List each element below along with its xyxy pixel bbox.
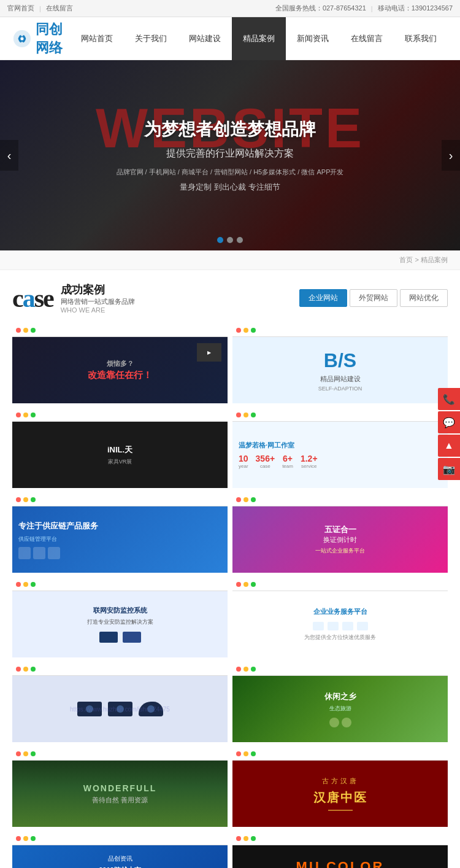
logo-icon [12, 23, 32, 54]
case-item-7[interactable]: 联网安防监控系统 打造专业安防监控解决方案 [12, 578, 228, 657]
nav-cases[interactable]: 精品案例 [232, 17, 286, 60]
filter-enterprise[interactable]: 企业网站 [299, 289, 347, 307]
nav-home[interactable]: 网站首页 [70, 17, 124, 60]
hotline-text: 全国服务热线：027-87654321 [275, 4, 366, 13]
nav-news[interactable]: 新闻资讯 [286, 17, 340, 60]
case-title-en: WHO WE ARE [61, 306, 135, 314]
hero-tags: 品牌官网 / 手机网站 / 商城平台 / 营销型网站 / H5多媒体形式 / 微… [117, 168, 344, 177]
hero-dot-1[interactable] [217, 237, 223, 243]
hero-next-btn[interactable]: › [442, 140, 460, 171]
case-item-9[interactable]: https://www.huzhan.com/ishop24475 [12, 662, 228, 742]
case-item-4[interactable]: 温梦若格·网工作室 10year 356+case 6+team 1.2+ser… [232, 408, 448, 488]
case-item-8[interactable]: 企业业务服务平台 为您提供全方位快速优质服务 [232, 578, 448, 657]
breadcrumb-current: 精品案例 [421, 256, 448, 263]
divider2: | [371, 5, 373, 12]
nav-webdev[interactable]: 网站建设 [178, 17, 232, 60]
case-item-10[interactable]: 休闲之乡 生态旅游 [232, 662, 448, 742]
case-logo: case [12, 284, 53, 313]
case-title-sub: 网络营销一站式服务品牌 [61, 297, 135, 306]
nav-contact[interactable]: 联系我们 [394, 17, 448, 60]
hero-content: 为梦想者创造梦想品牌 提供完善的行业网站解决方案 品牌官网 / 手机网站 / 商… [117, 118, 344, 193]
home-link[interactable]: 官网首页 [7, 4, 34, 13]
top-bar-right: 全国服务热线：027-87654321 | 移动电话：13901234567 [275, 4, 453, 13]
case-item-11[interactable]: WONDERFULL 善待自然 善用资源 [12, 747, 228, 827]
hero-slogan: 量身定制 到出心裁 专注细节 [117, 182, 344, 193]
hero-prev-btn[interactable]: ‹ [0, 140, 18, 171]
nav-message[interactable]: 在线留言 [340, 17, 394, 60]
divider: | [39, 5, 41, 12]
svg-point-1 [20, 37, 23, 40]
cases-grid: 烦恼多？ 改造靠任在行！ ▶ B/S 精品网站建设 SEL [12, 324, 448, 868]
case-item-1[interactable]: 烦恼多？ 改造靠任在行！ ▶ [12, 324, 228, 403]
breadcrumb-sep: > [415, 256, 421, 263]
hero-subtitle: 提供完善的行业网站解决方案 [117, 147, 344, 160]
case-item-6[interactable]: 五证合一 换证倒计时 一站式企业服务平台 [232, 493, 448, 573]
breadcrumb: 首页 > 精品案例 [0, 250, 460, 270]
case-item-2[interactable]: B/S 精品网站建设 SELF-ADAPTION [232, 324, 448, 403]
logo-text: 同创网络 [36, 20, 70, 57]
case-filter-btns: 企业网站 外贸网站 网站优化 [299, 289, 448, 307]
float-btns: 📞 💬 ▲ 📷 [438, 388, 460, 480]
cases-header-left: case 成功案例 网络营销一站式服务品牌 WHO WE ARE [12, 282, 135, 314]
filter-foreign[interactable]: 外贸网站 [350, 289, 397, 307]
hero-dot-2[interactable] [227, 237, 233, 243]
case-item-12[interactable]: 古方汉唐 汉唐中医 [232, 747, 448, 827]
case-item-14[interactable]: MU COLOR 盛装开业 炫燃全城 OPEN [232, 832, 448, 868]
mobile-text: 移动电话：13901234567 [378, 4, 453, 13]
breadcrumb-home[interactable]: 首页 [399, 256, 413, 263]
float-qr-btn[interactable]: 📷 [438, 458, 460, 480]
cases-section: case 成功案例 网络营销一站式服务品牌 WHO WE ARE 企业网站 外贸… [0, 270, 460, 868]
filter-seo[interactable]: 网站优化 [400, 289, 448, 307]
header: 同创网络 网站首页 关于我们 网站建设 精品案例 新闻资讯 在线留言 联系我们 [0, 17, 460, 60]
top-bar-left: 官网首页 | 在线留言 [7, 4, 73, 13]
case-item-13[interactable]: 品创资讯 2010跨越上市 欢迎招商 [12, 832, 228, 868]
online-link[interactable]: 在线留言 [46, 4, 73, 13]
float-chat-btn[interactable]: 💬 [438, 411, 460, 433]
top-bar: 官网首页 | 在线留言 全国服务热线：027-87654321 | 移动电话：1… [0, 0, 460, 17]
hero-title: 为梦想者创造梦想品牌 [117, 118, 344, 141]
logo[interactable]: 同创网络 [12, 20, 70, 57]
cases-header: case 成功案例 网络营销一站式服务品牌 WHO WE ARE 企业网站 外贸… [12, 282, 448, 314]
hero-dot-3[interactable] [237, 237, 243, 243]
nav-about[interactable]: 关于我们 [124, 17, 178, 60]
main-nav: 网站首页 关于我们 网站建设 精品案例 新闻资讯 在线留言 联系我们 [70, 17, 448, 60]
case-item-3[interactable]: iNIL.天 家具VR展 [12, 408, 228, 488]
case-title-cn: 成功案例 [61, 282, 135, 297]
float-phone-btn[interactable]: 📞 [438, 388, 460, 410]
case-item-5[interactable]: 专注于供应链产品服务 供应链管理平台 [12, 493, 228, 573]
float-top-btn[interactable]: ▲ [438, 435, 460, 457]
hero-dots [217, 237, 243, 243]
hero-banner: WEBSITE 为梦想者创造梦想品牌 提供完善的行业网站解决方案 品牌官网 / … [0, 60, 460, 250]
case-title-block: 成功案例 网络营销一站式服务品牌 WHO WE ARE [61, 282, 135, 314]
